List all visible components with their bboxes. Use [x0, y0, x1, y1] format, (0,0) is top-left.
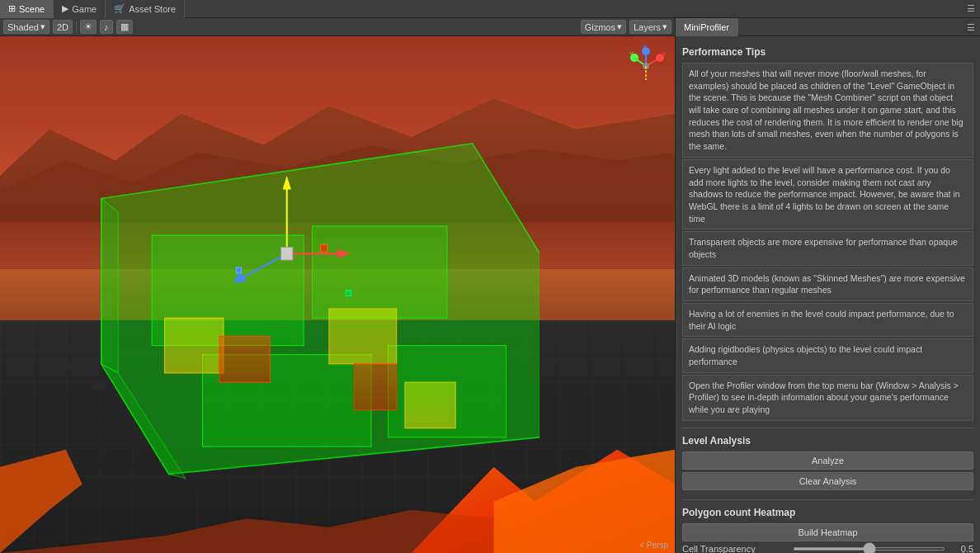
tip-item-3[interactable]: Animated 3D models (known as "Skinned Me…: [682, 267, 973, 301]
svg-point-39: [630, 54, 638, 62]
svg-point-40: [642, 47, 650, 55]
cell-transparency-value: 0.5: [949, 544, 973, 553]
scene-background: X Y Z < Persp: [0, 36, 675, 553]
tip-item-5[interactable]: Adding rigidbodies (physics objects) to …: [682, 338, 973, 372]
viewport-canvas[interactable]: X Y Z < Persp: [0, 36, 675, 553]
svg-rect-11: [312, 226, 447, 318]
viewport-toolbar: Shaded ▾ 2D ☀ ♪ ▦ Gizmos ▾ Layers ▾: [0, 18, 675, 36]
performance-tips-title: Performance Tips: [682, 46, 973, 58]
svg-rect-0: [0, 36, 675, 269]
svg-marker-2: [0, 144, 675, 268]
tab-scene[interactable]: ⊞ Scene: [0, 0, 54, 18]
main-layout: Shaded ▾ 2D ☀ ♪ ▦ Gizmos ▾ Layers ▾: [0, 18, 980, 553]
toolbar-gizmos: Gizmos ▾ Layers ▾: [581, 20, 671, 34]
audio-button[interactable]: ♪: [100, 20, 113, 34]
divider-1: [682, 428, 973, 428]
build-heatmap-button[interactable]: Build Heatmap: [682, 523, 973, 541]
separator: [76, 21, 77, 33]
tip-item-0[interactable]: All of your meshes that will never move …: [682, 63, 973, 158]
grid-icon: ⊞: [8, 3, 16, 14]
panel-content: Performance Tips All of your meshes that…: [676, 36, 980, 553]
right-panel: MiniProfiler ☰ Performance Tips All of y…: [675, 18, 980, 553]
svg-rect-27: [280, 247, 292, 260]
ground: [0, 320, 675, 553]
svg-rect-4: [0, 320, 675, 553]
svg-rect-3: [0, 222, 675, 268]
tab-asset-store-label: Asset Store: [129, 4, 176, 14]
main-tab-bar: ⊞ Scene ▶ Game 🛒 Asset Store ☰: [0, 0, 980, 18]
analyze-button[interactable]: Analyze: [682, 451, 973, 470]
svg-point-38: [656, 54, 664, 62]
svg-line-25: [236, 253, 286, 281]
panel-tab-miniprofiler[interactable]: MiniProfiler: [676, 18, 738, 36]
chevron-down-icon: ▾: [662, 21, 667, 32]
divider-2: [682, 499, 973, 500]
2d-button[interactable]: 2D: [53, 20, 73, 34]
fx-button[interactable]: ▦: [116, 20, 133, 34]
svg-marker-24: [337, 248, 350, 258]
panel-tab-bar: MiniProfiler ☰: [676, 18, 980, 36]
cell-transparency-label: Cell Transparency: [682, 544, 789, 553]
tip-item-4[interactable]: Having a lot of enemies in the level cou…: [682, 303, 973, 337]
gizmos-dropdown[interactable]: Gizmos ▾: [581, 20, 626, 34]
game-icon: ▶: [62, 3, 68, 14]
clear-analysis-button[interactable]: Clear Analysis: [682, 472, 973, 490]
tab-game[interactable]: ▶ Game: [54, 0, 106, 18]
chevron-down-icon: ▾: [40, 21, 45, 32]
lighting-button[interactable]: ☀: [80, 20, 97, 34]
tab-scene-label: Scene: [19, 4, 45, 14]
layers-label: Layers: [634, 22, 661, 32]
svg-marker-1: [0, 98, 675, 269]
level-analysis-title: Level Analysis: [682, 435, 973, 447]
tab-asset-store[interactable]: 🛒 Asset Store: [106, 0, 185, 18]
panel-tab-more[interactable]: ☰: [962, 18, 980, 36]
svg-rect-28: [321, 244, 327, 252]
shading-dropdown[interactable]: Shaded ▾: [3, 20, 49, 34]
shading-label: Shaded: [7, 22, 39, 32]
viewport-area: Shaded ▾ 2D ☀ ♪ ▦ Gizmos ▾ Layers ▾: [0, 18, 675, 553]
perspective-label: < Persp: [639, 541, 668, 550]
axis-gizmo: X Y Z: [623, 43, 668, 88]
chevron-down-icon: ▾: [617, 21, 622, 32]
tab-more-button[interactable]: ☰: [962, 3, 980, 14]
panel-tab-label: MiniProfiler: [684, 22, 729, 32]
layers-dropdown[interactable]: Layers ▾: [629, 20, 671, 34]
gizmos-label: Gizmos: [585, 22, 615, 32]
tab-game-label: Game: [72, 4, 97, 14]
cell-transparency-slider[interactable]: [793, 547, 945, 551]
tip-item-6[interactable]: Open the Profiler window from the top me…: [682, 375, 973, 421]
store-icon: 🛒: [114, 3, 125, 14]
tip-item-2[interactable]: Transparent objects are more expensive f…: [682, 231, 973, 265]
svg-rect-30: [346, 290, 351, 295]
svg-marker-22: [283, 175, 291, 189]
heatmap-title: Polygon count Heatmap: [682, 507, 973, 518]
svg-rect-29: [236, 267, 241, 273]
cell-transparency-row: Cell Transparency 0.5: [682, 544, 973, 553]
svg-marker-26: [233, 270, 246, 283]
tip-item-1[interactable]: Every light added to the level will have…: [682, 159, 973, 229]
